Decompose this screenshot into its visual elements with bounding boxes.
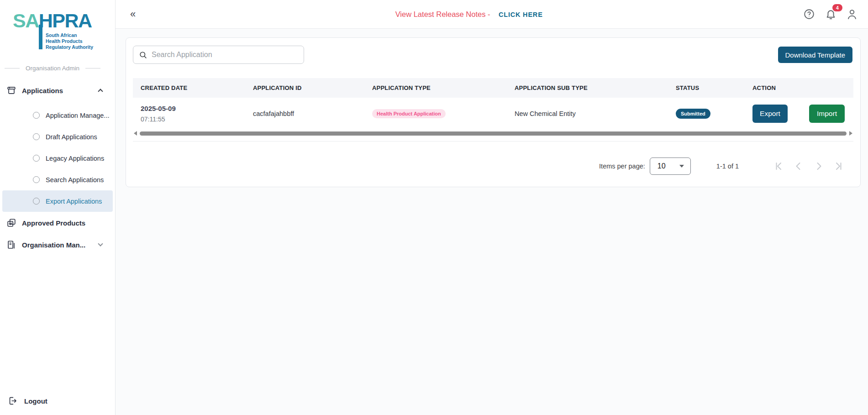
logo-stem-bar: [39, 25, 42, 49]
sidebar-item-export-applications[interactable]: Export Applications: [2, 190, 113, 212]
sidebar-nav: Applications Application Manage... Draft…: [0, 80, 115, 256]
import-button[interactable]: Import: [809, 105, 845, 123]
header-status: STATUS: [676, 84, 752, 91]
sidebar-item-applications[interactable]: Applications: [0, 80, 115, 100]
search-icon: [139, 51, 147, 59]
header-action: ACTION: [752, 84, 853, 91]
scroll-left-arrow-icon[interactable]: [134, 131, 137, 136]
sidebar-item-legacy-applications[interactable]: Legacy Applications: [0, 147, 115, 169]
sahpra-logo-text: SAHPRA: [13, 11, 104, 31]
scroll-right-arrow-icon[interactable]: [849, 131, 852, 136]
export-button[interactable]: Export: [752, 105, 788, 123]
application-id: cacfafajahbbff: [253, 110, 294, 117]
cell-application-sub-type: New Chemical Entity: [515, 110, 676, 118]
chevron-up-icon: [98, 89, 103, 94]
applications-table: CREATED DATE APPLICATION ID APPLICATION …: [133, 78, 853, 142]
application-type-badge: Health Product Application: [372, 109, 446, 118]
sidebar: SAHPRA South African Health Products Reg…: [0, 0, 116, 415]
sidebar-item-label: Applications: [22, 87, 99, 95]
export-applications-card: Download Template CREATED DATE APPLICATI…: [126, 37, 861, 187]
sidebar-item-organisation-management[interactable]: Organisation Man...: [0, 234, 115, 256]
search-box: [133, 46, 304, 64]
logo-sa: SA: [13, 10, 39, 32]
header-created-date: CREATED DATE: [141, 84, 253, 91]
release-notes-text: View Latest Release Notes -: [395, 10, 490, 18]
select-caret-icon: [679, 165, 684, 168]
radio-circle-icon: [33, 176, 40, 183]
sidebar-item-application-management[interactable]: Application Manage...: [0, 105, 115, 126]
help-icon[interactable]: [802, 7, 816, 21]
logo-tagline: South African Health Products Regulatory…: [46, 32, 93, 50]
release-notes-banner: View Latest Release Notes - CLICK HERE: [136, 10, 802, 19]
download-template-button[interactable]: Download Template: [778, 47, 852, 63]
application-sub-type: New Chemical Entity: [515, 110, 576, 117]
header-application-sub-type: APPLICATION SUB TYPE: [515, 84, 676, 91]
user-profile-icon[interactable]: [845, 7, 859, 21]
sub-item-label: Export Applications: [46, 198, 102, 205]
role-section-label: Organisation Admin: [26, 65, 79, 72]
items-per-page-label: Items per page:: [599, 163, 645, 170]
logo-hpra: HPRA: [39, 10, 92, 32]
items-per-page-value: 10: [658, 162, 666, 170]
header-application-type: APPLICATION TYPE: [372, 84, 515, 91]
radio-circle-icon: [33, 112, 40, 119]
chevron-down-icon: [98, 241, 103, 246]
cell-created-date: 2025-05-09 07:11:55: [141, 105, 253, 123]
sidebar-item-label: Organisation Man...: [22, 241, 99, 249]
sidebar-item-search-applications[interactable]: Search Applications: [0, 169, 115, 190]
sub-item-label: Application Manage...: [46, 112, 109, 119]
sidebar-collapse-icon[interactable]: «: [130, 9, 136, 19]
sahpra-logo: SAHPRA South African Health Products Reg…: [13, 11, 104, 31]
sub-item-label: Legacy Applications: [46, 155, 104, 162]
cell-application-id: cacfafajahbbff: [253, 110, 372, 118]
page-range-label: 1-1 of 1: [716, 163, 739, 170]
search-input[interactable]: [152, 51, 298, 59]
cell-status: Submitted: [676, 109, 752, 119]
paginator: Items per page: 10 1-1 of 1: [126, 158, 844, 175]
release-notes-link[interactable]: CLICK HERE: [499, 11, 543, 18]
first-page-button[interactable]: [773, 161, 784, 172]
last-page-button[interactable]: [833, 161, 844, 172]
status-badge: Submitted: [676, 109, 710, 119]
logout-icon: [8, 396, 18, 406]
sidebar-item-approved-products[interactable]: Approved Products: [0, 212, 115, 234]
scrollbar-thumb[interactable]: [140, 131, 847, 136]
organisation-icon: [6, 240, 16, 250]
created-time: 07:11:55: [141, 116, 253, 123]
cell-application-type: Health Product Application: [372, 109, 515, 118]
sub-item-label: Draft Applications: [46, 133, 97, 141]
table-header-row: CREATED DATE APPLICATION ID APPLICATION …: [133, 78, 853, 98]
logout-button[interactable]: Logout: [0, 392, 115, 410]
items-per-page-select[interactable]: 10: [650, 158, 691, 175]
cell-action: Export Import: [752, 105, 853, 123]
role-section-divider: Organisation Admin: [5, 65, 100, 72]
logout-label: Logout: [24, 397, 47, 405]
created-date: 2025-05-09: [141, 105, 253, 112]
table-row: 2025-05-09 07:11:55 cacfafajahbbff Healt…: [133, 98, 853, 130]
notifications-bell-icon[interactable]: 4: [824, 7, 837, 21]
horizontal-scrollbar: [133, 130, 853, 142]
sub-item-label: Search Applications: [46, 176, 104, 184]
radio-circle-icon: [33, 155, 40, 162]
previous-page-button[interactable]: [793, 161, 804, 172]
header-application-id: APPLICATION ID: [253, 84, 372, 91]
sidebar-item-label: Approved Products: [22, 219, 102, 227]
radio-circle-icon: [33, 133, 40, 140]
applications-icon: [6, 85, 16, 95]
topbar: « View Latest Release Notes - CLICK HERE…: [116, 0, 868, 29]
notification-count-badge: 4: [832, 4, 842, 11]
radio-circle-icon: [33, 198, 40, 205]
sidebar-item-draft-applications[interactable]: Draft Applications: [0, 126, 115, 147]
applications-sub-list: Application Manage... Draft Applications…: [0, 105, 115, 212]
main-content: Download Template CREATED DATE APPLICATI…: [116, 29, 868, 415]
approved-products-icon: [6, 218, 16, 228]
next-page-button[interactable]: [813, 161, 824, 172]
